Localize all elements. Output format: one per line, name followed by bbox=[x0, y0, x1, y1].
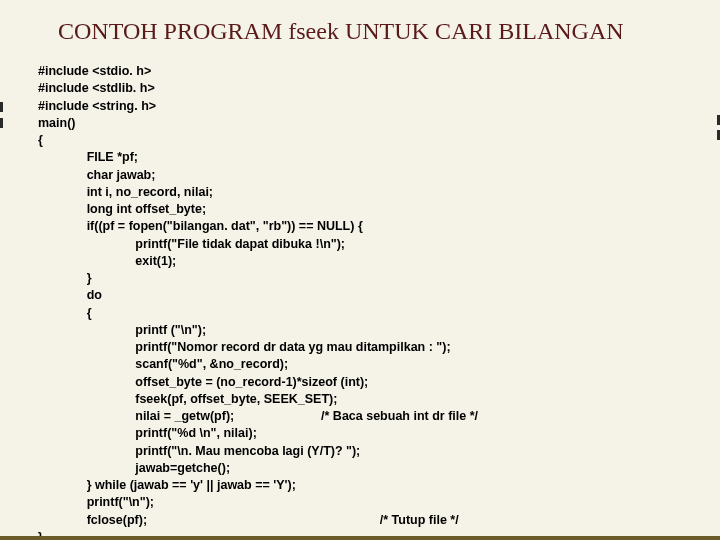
left-tick-2 bbox=[0, 118, 3, 128]
code-line: } bbox=[87, 271, 92, 285]
code-line: if((pf = fopen("bilangan. dat", "rb")) =… bbox=[87, 219, 363, 233]
code-listing: #include <stdio. h> #include <stdlib. h>… bbox=[0, 45, 720, 540]
code-line: char jawab; bbox=[87, 168, 156, 182]
code-line: printf("File tidak dapat dibuka !\n"); bbox=[135, 237, 345, 251]
code-line: printf("Nomor record dr data yg mau dita… bbox=[135, 340, 450, 354]
left-tick-1 bbox=[0, 102, 3, 112]
code-line: printf("%d \n", nilai); bbox=[135, 426, 257, 440]
code-line: exit(1); bbox=[135, 254, 176, 268]
code-line: jawab=getche(); bbox=[135, 461, 230, 475]
code-line: main() bbox=[38, 116, 76, 130]
code-line: printf("\n. Mau mencoba lagi (Y/T)? "); bbox=[135, 444, 360, 458]
code-line: printf("\n"); bbox=[87, 495, 154, 509]
code-line: nilai = _getw(pf); bbox=[135, 409, 234, 423]
code-line: do bbox=[87, 288, 102, 302]
slide-title: CONTOH PROGRAM fseek UNTUK CARI BILANGAN bbox=[0, 0, 720, 45]
code-comment: /* Baca sebuah int dr file */ bbox=[321, 409, 478, 423]
code-line: fclose(pf); bbox=[87, 513, 147, 527]
code-line: } while (jawab == 'y' || jawab == 'Y'); bbox=[87, 478, 296, 492]
code-line: int i, no_record, nilai; bbox=[87, 185, 213, 199]
code-line: printf ("\n"); bbox=[135, 323, 206, 337]
code-line: #include <string. h> bbox=[38, 99, 156, 113]
code-line: { bbox=[87, 306, 92, 320]
code-line: offset_byte = (no_record-1)*sizeof (int)… bbox=[135, 375, 368, 389]
code-line: scanf("%d", &no_record); bbox=[135, 357, 288, 371]
bottom-decoration bbox=[0, 536, 720, 540]
code-line: #include <stdlib. h> bbox=[38, 81, 155, 95]
code-line: FILE *pf; bbox=[87, 150, 138, 164]
code-line: { bbox=[38, 133, 43, 147]
code-comment: /* Tutup file */ bbox=[380, 513, 459, 527]
code-line: #include <stdio. h> bbox=[38, 64, 151, 78]
code-line: long int offset_byte; bbox=[87, 202, 206, 216]
code-line: fseek(pf, offset_byte, SEEK_SET); bbox=[135, 392, 337, 406]
